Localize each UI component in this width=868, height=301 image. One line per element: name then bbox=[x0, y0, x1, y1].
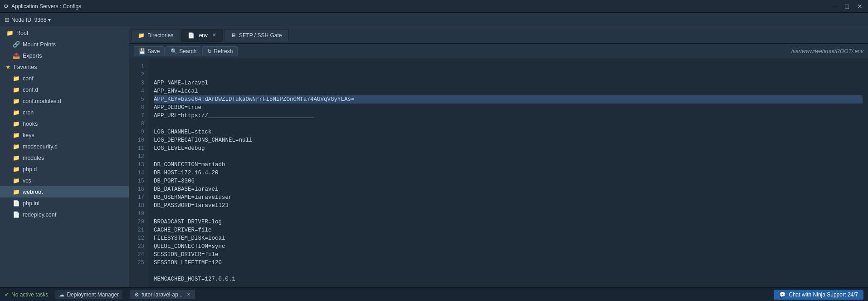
folder-webroot-icon: 📁 bbox=[13, 188, 20, 195]
sidebar-item-webroot[interactable]: 📁 webroot bbox=[0, 186, 129, 197]
code-line-14[interactable]: DB_DATABASE=laravel bbox=[154, 185, 863, 193]
sidebar-item-hooks[interactable]: 📁 hooks bbox=[0, 118, 129, 129]
tab-env[interactable]: 📄 .env ✕ bbox=[181, 29, 223, 42]
sidebar-item-modules[interactable]: 📁 modules bbox=[0, 152, 129, 163]
code-line-15[interactable]: DB_USERNAME=laraveluser bbox=[154, 193, 863, 202]
main-layout: 📁 Root 🔗 Mount Points 📤 Exports ★ Favori… bbox=[0, 27, 868, 287]
chat-button[interactable]: 💬 Chat with Ninja Support 24/7 bbox=[774, 290, 863, 300]
folder-modsecurityd-label: modsecurity.d bbox=[23, 143, 58, 150]
tab-sftp-icon: 🖥 bbox=[231, 32, 236, 39]
line-number-5: 5 bbox=[129, 95, 148, 104]
deployment-label: Deployment Manager bbox=[67, 291, 119, 298]
code-line-5[interactable]: APP_URL=https://________________________… bbox=[154, 112, 863, 120]
code-line-19[interactable]: CACHE_DRIVER=file bbox=[154, 226, 863, 234]
active-tab-icon: ⚙ bbox=[134, 291, 139, 298]
node-id-selector[interactable]: ⊞ Node ID: 9368 ▾ bbox=[5, 16, 51, 23]
code-line-11[interactable]: DB_CONNECTION=mariadb bbox=[154, 161, 863, 169]
file-phpini-label: php.ini bbox=[23, 200, 39, 207]
code-line-20[interactable]: FILESYSTEM_DISK=local bbox=[154, 234, 863, 242]
code-line-9[interactable]: LOG_LEVEL=debug bbox=[154, 144, 863, 153]
minimize-button[interactable]: ― bbox=[829, 2, 839, 11]
tab-env-close[interactable]: ✕ bbox=[212, 32, 216, 38]
line-number-8: 8 bbox=[129, 120, 148, 128]
toolbar: 💾 Save 🔍 Search ↻ Refresh /var/www/webro… bbox=[129, 44, 868, 59]
line-number-11: 11 bbox=[129, 144, 148, 153]
line-number-21: 21 bbox=[129, 226, 148, 234]
folder-phpd-label: php.d bbox=[23, 166, 37, 173]
code-line-24[interactable] bbox=[154, 267, 863, 275]
check-icon: ✔ bbox=[5, 291, 9, 298]
active-tab-label: tutor-laravel-ap... bbox=[141, 291, 183, 298]
deployment-manager-button[interactable]: ☁ Deployment Manager bbox=[55, 290, 122, 299]
sidebar-item-conf[interactable]: 📁 conf bbox=[0, 73, 129, 84]
maximize-button[interactable]: □ bbox=[844, 2, 851, 11]
save-button[interactable]: 💾 Save bbox=[134, 46, 165, 56]
code-line-18[interactable]: BROADCAST_DRIVER=log bbox=[154, 218, 863, 226]
folder-confd-icon: 📁 bbox=[13, 86, 20, 93]
code-line-16[interactable]: DB_PASSWORD=laravel123 bbox=[154, 202, 863, 210]
sidebar-item-root[interactable]: 📁 Root bbox=[0, 27, 129, 39]
folder-icon: 📁 bbox=[6, 30, 14, 36]
code-area[interactable]: APP_NAME=LaravelAPP_ENV=localAPP_KEY=bas… bbox=[148, 59, 868, 287]
code-line-3[interactable]: APP_KEY=base64:dArDWZLDTukaOwNrrFI5NlPZO… bbox=[154, 95, 863, 104]
app-icon: ⚙ bbox=[4, 3, 9, 10]
sidebar-item-keys[interactable]: 📁 keys bbox=[0, 129, 129, 141]
sidebar-item-redeployconf[interactable]: 📄 redeploy.conf bbox=[0, 209, 129, 220]
line-number-12: 12 bbox=[129, 153, 148, 161]
line-number-2: 2 bbox=[129, 71, 148, 79]
active-tab-close[interactable]: ✕ bbox=[187, 292, 190, 297]
folder-phpd-icon: 📁 bbox=[13, 166, 20, 173]
code-line-17[interactable] bbox=[154, 210, 863, 218]
code-line-8[interactable]: LOG_DEPRECATIONS_CHANNEL=null bbox=[154, 136, 863, 144]
code-line-21[interactable]: QUEUE_CONNECTION=sync bbox=[154, 242, 863, 251]
folder-modules-label: modules bbox=[23, 155, 44, 161]
code-line-1[interactable]: APP_NAME=Laravel bbox=[154, 79, 863, 87]
line-number-10: 10 bbox=[129, 136, 148, 144]
sidebar-item-confd[interactable]: 📁 conf.d bbox=[0, 84, 129, 95]
sidebar-item-modsecurityd[interactable]: 📁 modsecurity.d bbox=[0, 141, 129, 152]
close-button[interactable]: ✕ bbox=[855, 2, 864, 11]
active-tab-indicator[interactable]: ⚙ tutor-laravel-ap... ✕ bbox=[130, 290, 195, 299]
sidebar-item-phpini[interactable]: 📄 php.ini bbox=[0, 197, 129, 209]
mount-points-icon: 🔗 bbox=[13, 41, 20, 48]
code-line-6[interactable] bbox=[154, 120, 863, 128]
code-line-25[interactable]: MEMCACHED_HOST=127.0.0.1 bbox=[154, 275, 863, 283]
sidebar-item-cron[interactable]: 📁 cron bbox=[0, 107, 129, 118]
folder-keys-label: keys bbox=[23, 132, 34, 138]
code-line-4[interactable]: APP_DEBUG=true bbox=[154, 104, 863, 112]
sidebar-item-phpd[interactable]: 📁 php.d bbox=[0, 163, 129, 175]
line-number-17: 17 bbox=[129, 193, 148, 202]
search-label: Search bbox=[179, 48, 196, 54]
code-line-10[interactable] bbox=[154, 153, 863, 161]
tab-sftp[interactable]: 🖥 SFTP / SSH Gate bbox=[224, 29, 288, 41]
sidebar-item-exports[interactable]: 📤 Exports bbox=[0, 50, 129, 61]
exports-label: Exports bbox=[23, 53, 42, 59]
folder-hooks-label: hooks bbox=[23, 121, 38, 127]
folder-confmodulesd-label: conf.modules.d bbox=[23, 98, 61, 104]
code-line-7[interactable]: LOG_CHANNEL=stack bbox=[154, 128, 863, 136]
sidebar-item-confmodulesd[interactable]: 📁 conf.modules.d bbox=[0, 95, 129, 107]
tab-directories[interactable]: 📁 Directories bbox=[131, 29, 180, 41]
line-number-15: 15 bbox=[129, 177, 148, 185]
file-redeployconf-icon: 📄 bbox=[13, 211, 20, 218]
code-line-12[interactable]: DB_HOST=172.16.4.20 bbox=[154, 169, 863, 177]
code-line-2[interactable]: APP_ENV=local bbox=[154, 87, 863, 95]
line-number-19: 19 bbox=[129, 210, 148, 218]
sidebar-item-vcs[interactable]: 📁 vcs bbox=[0, 175, 129, 186]
refresh-button[interactable]: ↻ Refresh bbox=[202, 46, 238, 56]
code-line-22[interactable]: SESSION_DRIVER=file bbox=[154, 251, 863, 259]
line-numbers: 1234567891011121314151617181920212223242… bbox=[129, 59, 148, 287]
save-icon: 💾 bbox=[139, 48, 146, 54]
line-number-18: 18 bbox=[129, 202, 148, 210]
no-tasks-label: No active tasks bbox=[11, 291, 48, 298]
code-line-23[interactable]: SESSION_LIFETIME=120 bbox=[154, 259, 863, 267]
title-bar-left: ⚙ Application Servers : Configs bbox=[4, 3, 81, 10]
save-label: Save bbox=[147, 48, 160, 54]
search-button[interactable]: 🔍 Search bbox=[166, 46, 201, 56]
tab-env-icon: 📄 bbox=[188, 32, 195, 39]
code-line-13[interactable]: DB_PORT=3306 bbox=[154, 177, 863, 185]
editor[interactable]: 1234567891011121314151617181920212223242… bbox=[129, 59, 868, 287]
line-number-3: 3 bbox=[129, 79, 148, 87]
sidebar-item-mount-points[interactable]: 🔗 Mount Points bbox=[0, 39, 129, 50]
folder-conf-label: conf bbox=[23, 75, 34, 82]
